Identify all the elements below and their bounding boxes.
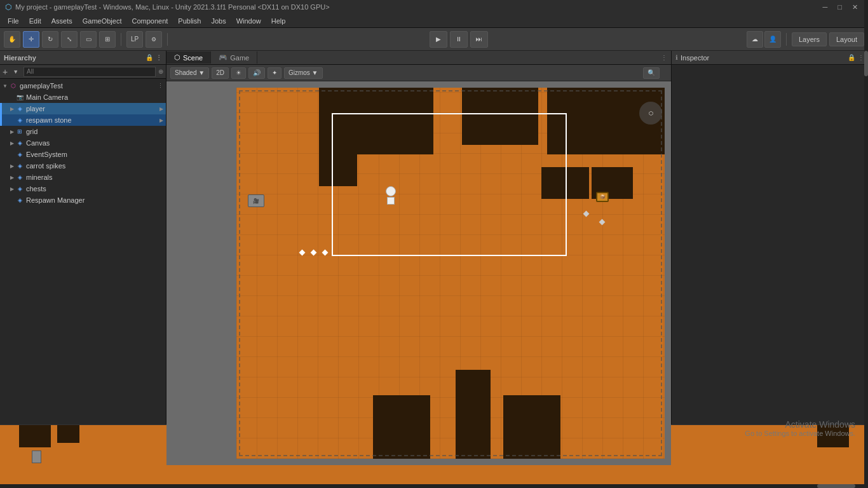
scene-gizmos-btn[interactable]: Gizmos ▼ (284, 67, 323, 79)
chests-icon: ◈ (15, 184, 24, 193)
scene-gizmo[interactable]: ⬡ (639, 102, 662, 125)
minimize-btn[interactable]: ─ (818, 3, 833, 11)
cave-mid-1 (541, 167, 589, 199)
hierarchy-menu-icon[interactable]: ⋮ (156, 54, 162, 61)
player-sprite (386, 186, 396, 203)
move-tool-btn[interactable]: ✛ (23, 31, 39, 48)
hierarchy-item-respawnmanager[interactable]: ▶ ◈ Respawn Manager (0, 194, 166, 206)
hierarchy-item-respawnstone[interactable]: ▶ ◈ respawn stone ▶ (0, 114, 166, 126)
rect-tool-btn[interactable]: ▭ (80, 31, 97, 48)
maximize-btn[interactable]: □ (832, 3, 847, 11)
scene-view-panel: ⬡ Scene 🎮 Game ⋮ Shaded ▼ 2D ☀ 🔊 ✦ Gizmo… (166, 51, 671, 465)
layers-btn[interactable]: Layers (792, 32, 827, 46)
hierarchy-item-respawnstone-label: respawn stone (26, 116, 72, 124)
hierarchy-content: ▼ ⬡ gameplayTest ⋮ ▶ 📷 Main Camera ▶ ◈ p… (0, 79, 166, 465)
scene-fx-btn[interactable]: ✦ (268, 67, 281, 79)
hierarchy-search[interactable] (24, 67, 156, 77)
hierarchy-item-chests[interactable]: ▶ ◈ chests (0, 183, 166, 194)
inspector-content (672, 65, 868, 465)
transform-tool-btn[interactable]: ⊞ (99, 31, 116, 48)
step-btn[interactable]: ⏭ (470, 31, 488, 48)
scene-content[interactable]: 🎥 📦 (166, 81, 671, 465)
player-body (387, 197, 395, 205)
unity-icon: ⬡ (5, 3, 11, 11)
hierarchy-item-respawnmanager-label: Respawn Manager (26, 196, 85, 204)
rotate-tool-btn[interactable]: ↻ (42, 31, 58, 48)
activate-windows-subtitle: Go to Settings to activate Windows. (745, 430, 855, 437)
hand-tool-btn[interactable]: ✋ (4, 31, 20, 48)
hierarchy-item-chests-label: chests (26, 185, 46, 193)
gizmo-label: ⬡ (649, 111, 653, 116)
menu-publish[interactable]: Publish (173, 16, 206, 26)
scene-canvas: 🎥 📦 (166, 81, 671, 465)
scene-search-btn[interactable]: 🔍 (643, 67, 660, 79)
mini-dark-3 (57, 425, 79, 443)
gameplaytest-more-btn[interactable]: ⋮ (158, 83, 163, 89)
hierarchy-item-maincamera[interactable]: ▶ 📷 Main Camera (0, 92, 166, 103)
activate-windows-notice: Activate Windows Go to Settings to activ… (745, 419, 855, 437)
hierarchy-item-gameplaytest[interactable]: ▼ ⬡ gameplayTest ⋮ (0, 80, 166, 92)
scene-tab[interactable]: ⬡ Scene (166, 51, 211, 64)
hierarchy-item-grid-label: grid (26, 128, 37, 135)
scene-icon: ⬡ (9, 81, 18, 90)
game-tab[interactable]: 🎮 Game (211, 51, 257, 64)
menu-gameobject[interactable]: GameObject (78, 16, 127, 26)
menu-file[interactable]: File (3, 16, 24, 26)
menu-window[interactable]: Window (231, 16, 266, 26)
scene-shaded-btn[interactable]: Shaded ▼ (170, 67, 209, 79)
scene-toolbar: Shaded ▼ 2D ☀ 🔊 ✦ Gizmos ▼ 🔍 (166, 65, 671, 81)
hierarchy-header: Hierarchy 🔒 ⋮ (0, 51, 166, 65)
hierarchy-item-grid[interactable]: ▶ ⊞ grid (0, 126, 166, 137)
hierarchy-item-player[interactable]: ▶ ◈ player ▶ (0, 103, 166, 114)
toolbar-separator-1 (121, 33, 121, 46)
scene-lights-btn[interactable]: ☀ (231, 67, 246, 79)
hierarchy-item-carrotspikes[interactable]: ▶ ◈ carrot spikes (0, 160, 166, 172)
menu-jobs[interactable]: Jobs (206, 16, 231, 26)
cave-top-center (462, 88, 538, 145)
hierarchy-add-btn[interactable]: + (3, 67, 8, 77)
inspector-header: ℹ Inspector 🔒 ⋮ (672, 51, 868, 65)
hierarchy-item-eventsystem[interactable]: ▶ ◈ EventSystem (0, 149, 166, 160)
minerals-icon: ◈ (15, 173, 24, 182)
hierarchy-item-canvas[interactable]: ▶ ◈ Canvas (0, 137, 166, 149)
account-btn[interactable]: 👤 (764, 31, 781, 48)
hierarchy-dropdown-icon[interactable]: ▼ (13, 69, 18, 75)
layout-btn[interactable]: Layout (829, 32, 864, 46)
play-btn[interactable]: ▶ (430, 31, 447, 48)
close-btn[interactable]: ✕ (847, 3, 863, 11)
persp-label (662, 69, 667, 78)
level-area: 🎥 📦 (236, 88, 665, 459)
hierarchy-item-eventsystem-label: EventSystem (26, 151, 67, 158)
scene-tab-icon: ⬡ (174, 53, 180, 62)
hierarchy-item-minerals[interactable]: ▶ ◈ minerals (0, 172, 166, 183)
menu-assets[interactable]: Assets (46, 16, 78, 26)
hierarchy-lock-icon[interactable]: 🔒 (146, 54, 153, 61)
inspector-lock-icon[interactable]: 🔒 (848, 54, 855, 61)
inspector-title: Inspector (681, 54, 709, 62)
respawnstone-child-arrow: ▶ (159, 118, 163, 123)
player-selection-accent (0, 103, 2, 114)
scene-2d-btn[interactable]: 2D (212, 67, 229, 79)
scene-tabs-more[interactable]: ⋮ (657, 54, 671, 61)
lp-btn[interactable]: LP (126, 31, 143, 48)
inspector-more-icon[interactable]: ⋮ (858, 54, 864, 61)
collab-btn[interactable]: ⚙ (146, 31, 162, 48)
title-bar: ⬡ My project - gameplayTest - Windows, M… (0, 0, 868, 14)
player-gameobj-icon: ◈ (15, 104, 24, 113)
menu-help[interactable]: Help (266, 16, 291, 26)
mini-player-sprite (32, 451, 41, 463)
menu-component[interactable]: Component (126, 16, 173, 26)
title-text: My project - gameplayTest - Windows, Mac… (15, 3, 330, 11)
scene-audio-btn[interactable]: 🔊 (248, 67, 265, 79)
expand-arrow-grid: ▶ (10, 129, 14, 135)
cloud-btn[interactable]: ☁ (747, 31, 763, 48)
scale-tool-btn[interactable]: ⤡ (61, 31, 78, 48)
hierarchy-panel: Hierarchy 🔒 ⋮ + ▼ ⊕ ▼ ⬡ gameplayTest ⋮ ▶ (0, 51, 166, 465)
carrotspikes-icon: ◈ (15, 161, 24, 170)
cave-bottom-1 (373, 395, 430, 459)
pause-btn[interactable]: ⏸ (450, 31, 468, 48)
hierarchy-search-options[interactable]: ⊕ (158, 68, 163, 75)
cave-bottom-2 (456, 370, 491, 459)
eventsystem-icon: ◈ (15, 150, 24, 159)
menu-edit[interactable]: Edit (24, 16, 46, 26)
